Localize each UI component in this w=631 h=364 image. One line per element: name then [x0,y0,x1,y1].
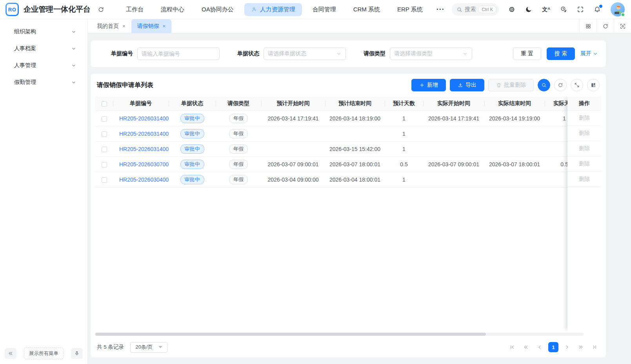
fixed-actions-body: 删除删除删除删除删除 [567,111,601,187]
reset-button[interactable]: 重 置 [513,47,541,60]
row-delete-button[interactable]: 删除 [567,126,601,141]
doc-no-cell: HR205-2026030400002 [113,172,169,187]
close-icon[interactable]: × [122,23,125,29]
chevron-down-icon [71,29,76,35]
grid-icon[interactable] [579,19,596,33]
prev-page-button[interactable] [535,342,545,352]
leave-type-select[interactable]: 请选择请假类型 [390,47,472,60]
horizontal-scrollbar-thumb[interactable] [95,333,486,336]
export-button[interactable]: 导出 [450,79,484,91]
sidebar: 组织架构 人事档案 人事管理 假勤管理 展示所有菜单 [0,19,88,364]
app-logo[interactable]: RO [5,3,19,16]
select-all-checkbox[interactable] [102,101,107,107]
top-header: RO 企业管理一体化平台 工作台 流程中心 OA协同办公 人力资源管理 合同管理… [0,0,631,19]
filter-label: 单据状态 [237,50,259,57]
sidebar-item-org-structure[interactable]: 组织架构 [0,23,87,40]
header-checkbox-cell [95,96,113,111]
row-checkbox[interactable] [102,147,107,152]
add-button[interactable]: 新增 [411,79,446,91]
doc-status-select[interactable]: 请选择单据状态 [264,47,346,60]
row-checkbox[interactable] [102,177,107,183]
search-icon [541,82,547,88]
row-delete-button[interactable]: 删除 [567,141,601,157]
plan-days-cell: 1 [385,111,423,126]
batch-delete-label: 批量删除 [504,82,526,89]
search-button[interactable]: 搜 索 [547,47,575,60]
nav-item-crm[interactable]: CRM 系统 [347,3,387,16]
table-refresh-button[interactable] [554,79,567,91]
nav-item-erp[interactable]: ERP 系统 [391,3,429,16]
col-plan-start: 预计开始时间 [261,96,325,111]
chevron-down-icon [71,63,76,68]
expand-filters-link[interactable]: 展开 [580,50,598,57]
nav-label: 流程中心 [161,6,184,13]
doc-status-cell: 审批中 [169,172,216,187]
list-panel: 请假销假申请单列表 新增 导出 [91,74,606,357]
filter-doc-status: 单据状态 请选择单据状态 [237,47,346,60]
row-checkbox[interactable] [102,162,107,167]
doc-status-cell: 审批中 [169,141,216,157]
sidebar-item-label: 假勤管理 [14,79,36,86]
refresh-icon[interactable] [596,19,614,33]
page-size-select[interactable]: 20条/页 [130,342,167,353]
batch-delete-button[interactable]: 批量删除 [488,79,534,91]
table-fullscreen-button[interactable] [571,79,583,91]
doc-no-link[interactable]: HR205-2026030700001 [119,161,169,167]
list-header: 请假销假申请单列表 新增 导出 [91,74,606,96]
row-delete-button[interactable]: 删除 [567,172,601,187]
dark-mode-icon[interactable] [525,6,532,13]
leave-type-badge: 年假 [229,160,248,169]
translate-icon[interactable]: 文A [542,7,550,12]
nav-item-process-center[interactable]: 流程中心 [154,3,191,16]
nav-more-button[interactable]: ··· [433,4,448,15]
tab-maximize-icon[interactable] [614,19,631,33]
page-refresh-icon[interactable] [96,5,106,15]
user-icon [251,6,257,13]
current-page-button[interactable]: 1 [548,342,558,352]
next-group-button[interactable] [576,342,586,352]
sidebar-item-label: 人事管理 [14,62,36,69]
sidebar-item-attendance-mgmt[interactable]: 假勤管理 [0,74,87,91]
doc-no-link[interactable]: HR205-2026031400003 [119,115,169,122]
page: RO 企业管理一体化平台 工作台 流程中心 OA协同办公 人力资源管理 合同管理… [0,0,631,364]
nav-item-oa[interactable]: OA协同办公 [195,3,240,16]
first-page-button[interactable] [507,342,517,352]
doc-no-input[interactable] [137,47,220,60]
doc-no-link[interactable]: HR205-2026031400001 [119,146,169,152]
toggle-search-button[interactable] [538,79,550,91]
doc-no-link[interactable]: HR205-2026030400002 [119,177,169,183]
status-badge: 审批中 [180,160,204,169]
nav-item-contract[interactable]: 合同管理 [306,3,343,16]
doc-no-link[interactable]: HR205-2026031400002 [119,131,169,137]
row-delete-button[interactable]: 删除 [567,111,601,126]
close-icon[interactable]: × [163,23,166,29]
fullscreen-icon[interactable] [577,6,584,13]
column-settings-button[interactable] [587,79,600,91]
sidebar-collapse-button[interactable] [5,348,16,359]
avatar[interactable] [611,2,625,16]
prev-group-button[interactable] [521,342,531,352]
table-row: HR205-2026031400001 审批中 年假 2026-03-15 15… [95,141,584,157]
app-title: 企业管理一体化平台 [24,4,91,15]
nav-item-hr[interactable]: 人力资源管理 [244,3,302,16]
plan-start-cell: 2026-03-04 09:00:00 [261,172,325,187]
sidebar-item-personnel-files[interactable]: 人事档案 [0,40,87,57]
tab-leave-cancel[interactable]: 请假销假 × [131,19,172,33]
horizontal-scrollbar-track[interactable] [95,333,584,336]
row-checkbox[interactable] [102,116,107,122]
pin-menu-button[interactable] [71,348,83,359]
leave-type-cell: 年假 [216,126,261,141]
sidebar-item-personnel-mgmt[interactable]: 人事管理 [0,57,87,74]
tab-bar: 我的首页 × 请假销假 × [88,19,631,33]
timezone-icon[interactable] [560,6,567,13]
settings-icon[interactable] [508,6,515,13]
row-checkbox[interactable] [102,131,107,137]
last-page-button[interactable] [589,342,600,352]
next-page-button[interactable] [562,342,572,352]
nav-item-workbench[interactable]: 工作台 [119,3,150,16]
row-delete-button[interactable]: 删除 [567,157,601,172]
show-all-menu-button[interactable]: 展示所有菜单 [24,348,64,359]
tab-my-home[interactable]: 我的首页 × [91,19,131,33]
notification-icon[interactable] [594,6,601,13]
global-search-input[interactable]: 搜索 Ctrl K [452,3,498,16]
